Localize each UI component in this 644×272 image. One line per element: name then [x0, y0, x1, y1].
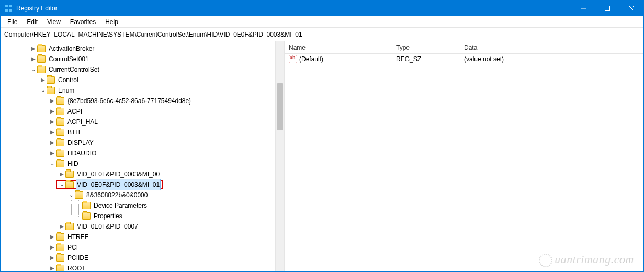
- tree-node-activationbroker[interactable]: ▶ ActivationBroker: [2, 43, 284, 54]
- tree-node-pciide[interactable]: ▶ PCIIDE: [2, 253, 284, 263]
- value-name: (Default): [299, 55, 323, 63]
- value-list-pane: Name Type Data (Default) REG_SZ (value n…: [285, 41, 643, 271]
- chevron-right-icon[interactable]: ▶: [39, 75, 47, 85]
- column-header-name[interactable]: Name: [285, 44, 392, 51]
- highlight-box: ⌄ VID_0E0F&PID_0003&MI_01: [56, 180, 163, 189]
- chevron-right-icon[interactable]: ▶: [49, 117, 56, 127]
- tree-node-controlset001[interactable]: ▶ ControlSet001: [2, 54, 284, 64]
- value-data: (value not set): [460, 55, 643, 63]
- column-header-type[interactable]: Type: [392, 44, 460, 51]
- chevron-right-icon[interactable]: ▶: [49, 232, 56, 242]
- tree-node-instance[interactable]: ⌄ 8&3608022b&0&0000: [2, 190, 284, 200]
- folder-icon: [47, 76, 55, 84]
- lightbulb-icon: [539, 254, 552, 267]
- menu-favorites[interactable]: Favorites: [65, 17, 100, 27]
- chevron-right-icon[interactable]: ▶: [49, 127, 56, 138]
- tree-node-hdaudio[interactable]: ▶ HDAUDIO: [2, 148, 284, 158]
- menu-help[interactable]: Help: [100, 17, 123, 27]
- folder-icon: [82, 202, 91, 209]
- scrollbar-thumb[interactable]: [277, 83, 283, 130]
- address-bar[interactable]: Computer\HKEY_LOCAL_MACHINE\SYSTEM\Curre…: [2, 29, 642, 40]
- tree-node-vid-mi00[interactable]: ▶ VID_0E0F&PID_0003&MI_00: [2, 169, 284, 179]
- registry-tree[interactable]: ▶ ActivationBroker ▶ ControlSet001 ⌄ Cur…: [1, 43, 284, 271]
- titlebar: Registry Editor: [1, 1, 643, 16]
- chevron-right-icon[interactable]: ▶: [49, 106, 56, 117]
- tree-scrollbar[interactable]: [275, 41, 284, 271]
- svg-rect-2: [5, 9, 8, 12]
- value-type: REG_SZ: [392, 55, 460, 63]
- folder-icon: [56, 108, 64, 115]
- chevron-right-icon[interactable]: ▶: [58, 169, 65, 179]
- tree-node-vid-mi01[interactable]: ⌄ VID_0E0F&PID_0003&MI_01: [2, 179, 284, 190]
- folder-icon: [65, 181, 74, 188]
- folder-icon: [56, 118, 64, 126]
- chevron-down-icon[interactable]: ⌄: [30, 64, 37, 75]
- maximize-button[interactable]: [595, 1, 619, 16]
- tree-node-acpi-hal[interactable]: ▶ ACPI_HAL: [2, 117, 284, 127]
- minimize-button[interactable]: [571, 1, 595, 16]
- folder-icon: [37, 55, 46, 63]
- chevron-right-icon[interactable]: ▶: [58, 221, 65, 232]
- tree-node-htree[interactable]: ▶ HTREE: [2, 232, 284, 242]
- folder-icon: [56, 139, 64, 146]
- folder-icon: [37, 45, 46, 52]
- folder-icon: [65, 171, 74, 178]
- menu-view[interactable]: View: [42, 17, 65, 27]
- folder-icon: [37, 66, 46, 73]
- chevron-right-icon[interactable]: ▶: [49, 148, 56, 158]
- address-text: Computer\HKEY_LOCAL_MACHINE\SYSTEM\Curre…: [4, 31, 302, 38]
- svg-rect-1: [9, 5, 12, 7]
- folder-icon: [56, 97, 64, 105]
- chevron-right-icon[interactable]: ▶: [30, 43, 37, 54]
- watermark: uantrimang.com: [539, 253, 634, 267]
- tree-node-vid-0007[interactable]: ▶ VID_0E0F&PID_0007: [2, 221, 284, 232]
- window-title: Registry Editor: [16, 5, 58, 12]
- regedit-icon: [5, 4, 13, 13]
- tree-node-properties[interactable]: Properties: [2, 211, 284, 221]
- chevron-down-icon[interactable]: ⌄: [67, 190, 75, 200]
- svg-rect-3: [9, 9, 12, 12]
- menubar: File Edit View Favorites Help: [1, 16, 643, 28]
- svg-rect-5: [605, 6, 610, 11]
- tree-node-hid[interactable]: ⌄ HID: [2, 158, 284, 169]
- close-button[interactable]: [619, 1, 643, 16]
- tree-node-pci[interactable]: ▶ PCI: [2, 242, 284, 253]
- string-value-icon: [289, 55, 297, 63]
- menu-file[interactable]: File: [3, 17, 22, 27]
- chevron-right-icon[interactable]: ▶: [49, 263, 56, 271]
- folder-icon: [56, 129, 64, 136]
- tree-node-currentcontrolset[interactable]: ⌄ CurrentControlSet: [2, 64, 284, 75]
- tree-node-guid[interactable]: ▶ {8e7bd593-6e6c-4c52-86a6-77175494dd8e}: [2, 96, 284, 106]
- list-header[interactable]: Name Type Data: [285, 41, 643, 54]
- tree-node-root[interactable]: ▶ ROOT: [2, 263, 284, 271]
- svg-rect-0: [5, 5, 8, 7]
- menu-edit[interactable]: Edit: [22, 17, 42, 27]
- tree-node-enum[interactable]: ⌄ Enum: [2, 85, 284, 96]
- chevron-right-icon[interactable]: ▶: [49, 253, 56, 263]
- chevron-right-icon[interactable]: ▶: [49, 138, 56, 148]
- chevron-right-icon[interactable]: ▶: [49, 242, 56, 253]
- chevron-right-icon[interactable]: ▶: [30, 54, 37, 64]
- folder-icon: [56, 244, 64, 251]
- chevron-right-icon[interactable]: ▶: [49, 96, 56, 106]
- tree-node-control[interactable]: ▶ Control: [2, 75, 284, 85]
- tree-node-display[interactable]: ▶ DISPLAY: [2, 138, 284, 148]
- main-area: ▶ ActivationBroker ▶ ControlSet001 ⌄ Cur…: [1, 41, 643, 271]
- folder-icon: [56, 233, 64, 241]
- folder-icon: [56, 150, 64, 157]
- list-row-default[interactable]: (Default) REG_SZ (value not set): [285, 54, 643, 64]
- chevron-down-icon[interactable]: ⌄: [58, 179, 65, 190]
- folder-icon: [75, 191, 83, 199]
- tree-pane: ▶ ActivationBroker ▶ ControlSet001 ⌄ Cur…: [1, 41, 285, 271]
- folder-icon: [82, 212, 91, 220]
- folder-icon: [65, 223, 74, 230]
- folder-icon: [56, 254, 64, 262]
- tree-node-device-parameters[interactable]: Device Parameters: [2, 200, 284, 211]
- folder-icon: [47, 87, 55, 94]
- folder-icon: [56, 160, 64, 167]
- chevron-down-icon[interactable]: ⌄: [39, 85, 47, 96]
- tree-node-acpi[interactable]: ▶ ACPI: [2, 106, 284, 117]
- column-header-data[interactable]: Data: [460, 44, 643, 51]
- tree-node-bth[interactable]: ▶ BTH: [2, 127, 284, 138]
- chevron-down-icon[interactable]: ⌄: [49, 158, 56, 169]
